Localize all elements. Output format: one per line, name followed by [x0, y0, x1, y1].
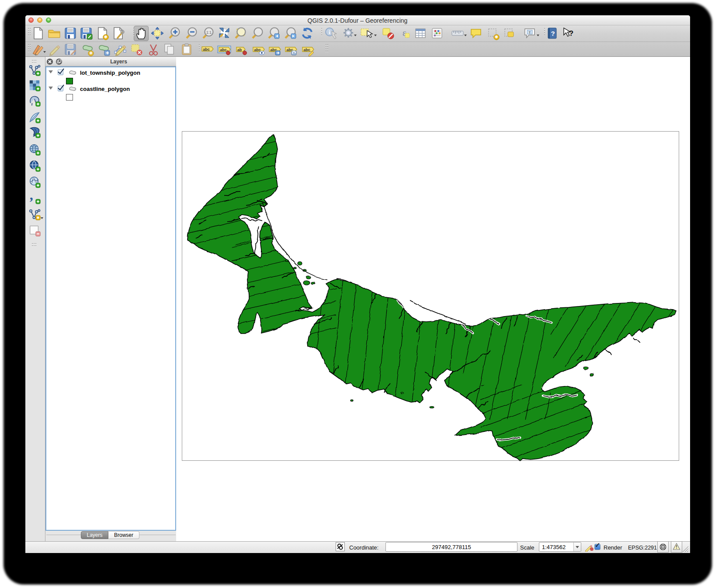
- svg-text:!: !: [676, 545, 677, 550]
